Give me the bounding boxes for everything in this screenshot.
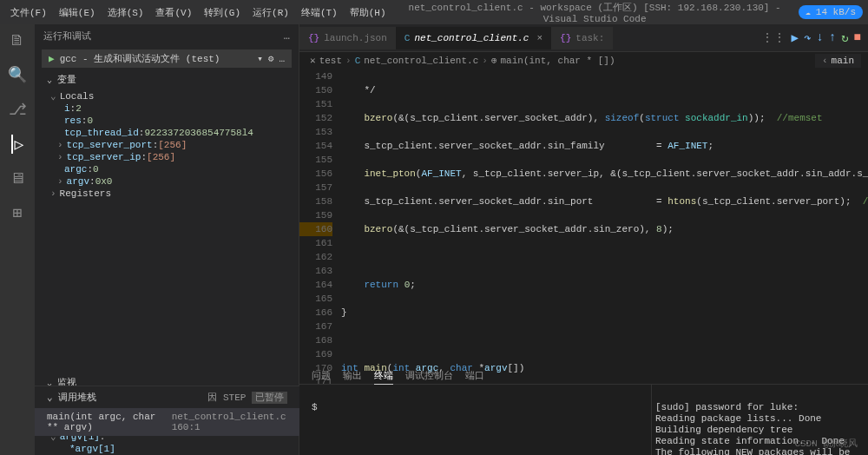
- locals-header[interactable]: ⌄Locals: [50, 89, 283, 102]
- stack-frame[interactable]: main(int argc, char ** argv)net_control_…: [35, 408, 299, 436]
- scm-icon[interactable]: ⎇: [9, 100, 27, 119]
- debug-config[interactable]: ▶ gcc - 生成和调试活动文件 (test) ▾ ⚙ …: [42, 49, 292, 68]
- network-badge: ☁ 14 kB/s: [799, 5, 863, 19]
- tab-ports[interactable]: 端口: [465, 369, 484, 385]
- menu-file[interactable]: 文件(F): [5, 3, 52, 22]
- continue-icon[interactable]: ▶: [791, 30, 798, 45]
- editor-area: {}launch.json Cnet_control_client.c× {}t…: [299, 24, 868, 455]
- restart-icon[interactable]: ↻: [841, 30, 848, 45]
- sidebar-more-icon[interactable]: …: [284, 30, 290, 43]
- step-out-icon[interactable]: ↑: [829, 30, 836, 45]
- vars-section[interactable]: ⌄ 变量: [35, 69, 299, 89]
- extensions-icon[interactable]: ⊞: [13, 203, 23, 222]
- search-icon[interactable]: 🔍: [8, 65, 27, 84]
- var-tcp-server-port[interactable]: ›tcp_server_port: [256]: [50, 139, 283, 151]
- watch-item[interactable]: *argv[1]: [50, 443, 283, 455]
- tab-debug-console[interactable]: 调试控制台: [405, 369, 453, 385]
- editor-tabs: {}launch.json Cnet_control_client.c× {}t…: [299, 24, 868, 52]
- code-editor[interactable]: 1491501511521531541551561571581591601611…: [299, 69, 868, 384]
- tab-task[interactable]: {}task:: [551, 27, 613, 49]
- var-argv[interactable]: ›argv: 0x0: [50, 175, 283, 188]
- tab-terminal[interactable]: 终端: [374, 369, 393, 385]
- code-lines[interactable]: */ bzero(&(s_tcp_client.server_socket_ad…: [341, 69, 868, 384]
- registers-header[interactable]: ›Registers: [50, 188, 283, 200]
- watermark: CSDN @凉晓风: [794, 437, 858, 450]
- menu-view[interactable]: 查看(V): [150, 3, 197, 22]
- tab-main-file[interactable]: Cnet_control_client.c×: [396, 27, 551, 49]
- tab-output[interactable]: 输出: [343, 369, 362, 385]
- var-res: res: 0: [50, 115, 283, 127]
- outline-crumb[interactable]: ‹main: [815, 54, 861, 68]
- step-into-icon[interactable]: ↓: [816, 30, 823, 45]
- sidebar-title: 运行和调试: [43, 30, 91, 43]
- call-stack: ⌄ 调用堆栈因 STEP 已暂停 main(int argc, char ** …: [35, 386, 299, 436]
- more-icon[interactable]: …: [279, 54, 285, 64]
- menu-run[interactable]: 运行(R): [247, 3, 294, 22]
- start-debug-icon[interactable]: ▶: [49, 53, 55, 64]
- drag-handle-icon[interactable]: ⋮⋮: [761, 30, 786, 45]
- activity-bar: 🗎 🔍 ⎇ ▷ 🖥 ⊞: [0, 24, 35, 455]
- tab-problems[interactable]: 问题: [312, 369, 331, 385]
- run-debug-icon[interactable]: ▷: [11, 135, 24, 154]
- breadcrumb[interactable]: ✕test› Cnet_control_client.c› ⊕main(int,…: [299, 52, 868, 69]
- var-i: i: 2: [50, 102, 283, 115]
- debug-toolbar: ⋮⋮ ▶ ↷ ↓ ↑ ↻ ■: [754, 30, 868, 45]
- menu-help[interactable]: 帮助(H): [345, 3, 391, 22]
- gear-icon[interactable]: ⚙: [268, 53, 274, 64]
- window-title: net_control_client.c - workspace (工作区) […: [391, 1, 799, 24]
- line-gutter: 1491501511521531541551561571581591601611…: [299, 69, 341, 384]
- var-tcp-thread-id: tcp_thread_id: 92233720368547758l4: [50, 127, 283, 139]
- menu-select[interactable]: 选择(S): [102, 3, 149, 22]
- menu-goto[interactable]: 转到(G): [199, 3, 246, 22]
- menu-bar: 文件(F) 编辑(E) 选择(S) 查看(V) 转到(G) 运行(R) 终端(T…: [5, 3, 391, 22]
- step-over-icon[interactable]: ↷: [804, 30, 811, 45]
- menu-edit[interactable]: 编辑(E): [54, 3, 101, 22]
- var-tcp-server-ip[interactable]: ›tcp_server_ip: [256]: [50, 151, 283, 163]
- close-icon[interactable]: ×: [536, 33, 542, 43]
- title-bar: 文件(F) 编辑(E) 选择(S) 查看(V) 转到(G) 运行(R) 终端(T…: [0, 0, 868, 24]
- tab-launch[interactable]: {}launch.json: [299, 27, 396, 49]
- menu-terminal[interactable]: 终端(T): [296, 3, 343, 22]
- var-argc: argc: 0: [50, 163, 283, 175]
- remote-icon[interactable]: 🖥: [10, 169, 25, 188]
- explorer-icon[interactable]: 🗎: [10, 31, 25, 49]
- terminal-panel[interactable]: $ [sudo] password for luke:Reading packa…: [299, 384, 868, 455]
- panel-tabs: 问题 输出 终端 调试控制台 端口: [299, 365, 496, 389]
- stop-icon[interactable]: ■: [854, 30, 861, 45]
